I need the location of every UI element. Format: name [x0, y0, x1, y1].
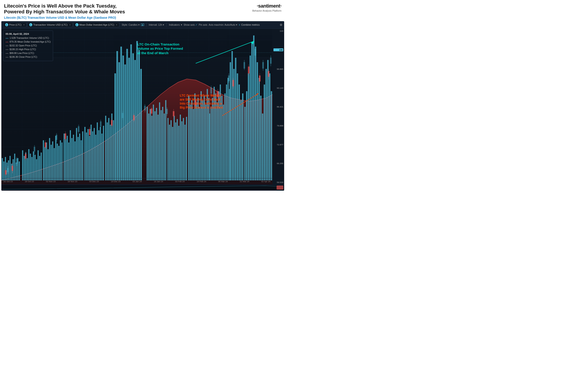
- svg-rect-67: [71, 138, 72, 180]
- svg-rect-40: [28, 149, 29, 180]
- axis-maxmin-control[interactable]: Axis max/min: Auto/Auto ▾: [209, 23, 237, 26]
- svg-rect-168: [215, 93, 216, 180]
- svg-rect-70: [76, 128, 77, 180]
- svg-rect-131: [157, 115, 158, 180]
- svg-rect-171: [220, 84, 221, 180]
- svg-rect-81: [94, 128, 95, 180]
- svg-rect-161: [205, 105, 206, 180]
- svg-rect-32: [14, 154, 15, 180]
- svg-rect-162: [207, 89, 208, 180]
- svg-rect-235: [166, 109, 168, 114]
- svg-rect-141: [173, 116, 175, 180]
- svg-rect-122: [269, 73, 270, 180]
- svg-rect-63: [65, 139, 66, 180]
- minimap-svg: [2, 185, 283, 190]
- price-label-66: 66.255: [273, 162, 283, 165]
- svg-rect-39: [27, 158, 28, 180]
- svg-rect-59: [58, 146, 59, 180]
- svg-rect-41: [30, 154, 31, 180]
- svg-rect-159: [202, 100, 203, 180]
- style-control[interactable]: Style: Candles ▾: [122, 23, 140, 26]
- svg-rect-119: [264, 84, 265, 180]
- style-dropdown-icon: ▾: [138, 23, 140, 26]
- price-axis: 113 106 99.865 93.143 86.421 79.899 72.9…: [272, 29, 284, 184]
- svg-rect-135: [164, 113, 165, 180]
- svg-rect-84: [98, 130, 100, 180]
- svg-rect-169: [216, 102, 218, 180]
- svg-rect-197: [89, 129, 90, 135]
- svg-rect-132: [159, 102, 160, 180]
- svg-rect-91: [110, 125, 111, 180]
- tab-price-close[interactable]: ×: [23, 24, 25, 26]
- svg-rect-101: [128, 58, 130, 180]
- svg-rect-72: [79, 134, 80, 180]
- tab-age-close[interactable]: ×: [116, 24, 117, 26]
- svg-rect-223: [34, 147, 35, 151]
- svg-rect-89: [107, 122, 108, 180]
- interval-control[interactable]: Interval: 12h ▾: [149, 23, 164, 26]
- svg-rect-25: [3, 161, 4, 180]
- svg-rect-62: [64, 134, 65, 180]
- svg-rect-69: [74, 141, 76, 180]
- svg-rect-94: [114, 73, 116, 180]
- price-label-72: 72.977: [273, 143, 283, 146]
- ltc-icon-volume: L: [29, 23, 32, 26]
- toolbar-controls: Style: Candles ▾ ▮ Interval: 12h ▾ Indic…: [122, 23, 260, 27]
- svg-rect-213: [248, 67, 249, 73]
- price-label-79: 79.899: [273, 125, 283, 127]
- svg-rect-79: [91, 125, 92, 180]
- svg-rect-57: [55, 136, 57, 180]
- svg-rect-175: [226, 84, 227, 180]
- svg-rect-123: [271, 91, 272, 180]
- time-label-nov18: 18 Nov 23: [68, 180, 77, 183]
- interval-dropdown-icon: ▾: [163, 23, 164, 26]
- show-axis-control[interactable]: Show axis ✓: [184, 23, 197, 26]
- svg-rect-77: [87, 129, 88, 180]
- svg-rect-58: [57, 144, 58, 180]
- svg-rect-55: [52, 141, 53, 180]
- svg-rect-241: [228, 76, 229, 81]
- tab-volume-close[interactable]: ×: [69, 24, 71, 26]
- svg-rect-106: [138, 50, 140, 180]
- indicators-dropdown-icon: ▾: [181, 23, 182, 26]
- price-label-99: 99.865: [273, 68, 283, 70]
- svg-rect-182: [237, 73, 238, 180]
- svg-rect-184: [240, 100, 242, 180]
- tab-volume[interactable]: L Transaction Volume USD (LTC) ×: [27, 22, 72, 27]
- svg-rect-189: [12, 166, 13, 171]
- svg-rect-148: [185, 125, 186, 180]
- svg-rect-43: [33, 151, 34, 180]
- indicators-control[interactable]: Indicators: ▾: [169, 23, 182, 26]
- svg-rect-165: [211, 107, 212, 180]
- svg-rect-97: [120, 47, 122, 180]
- ltc-icon-age: L: [75, 23, 79, 26]
- time-label-oct18: 18 Oct 23: [25, 180, 34, 183]
- chart-container: L Price (LTC) × L Transaction Volume USD…: [1, 21, 284, 191]
- settings-icon[interactable]: ⚙: [280, 23, 282, 27]
- tab-volume-label: Transaction Volume USD (LTC): [33, 23, 67, 26]
- svg-rect-37: [24, 156, 25, 180]
- svg-rect-133: [161, 110, 162, 180]
- svg-rect-71: [78, 137, 79, 180]
- svg-rect-80: [92, 131, 93, 180]
- time-label-apr02: 02 Apr 24: [261, 180, 270, 183]
- legend-color-4: —: [6, 48, 8, 51]
- svg-rect-87: [103, 126, 104, 180]
- legend-row-6: — $106.36 Close Price (LTC): [6, 55, 51, 59]
- svg-rect-181: [235, 58, 236, 180]
- tab-age[interactable]: L Mean Dollar Invested Age (LTC) ×: [73, 22, 119, 27]
- svg-rect-154: [194, 93, 195, 180]
- legend-row-2: — 879.35 Mean Dollar Invested Age (LTC): [6, 40, 51, 43]
- svg-rect-100: [126, 49, 128, 180]
- pin-axis-control[interactable]: Pin axis: [199, 23, 207, 26]
- svg-rect-149: [186, 117, 187, 180]
- time-label-mar21: 21 Mar 24: [240, 180, 249, 183]
- svg-rect-179: [231, 51, 233, 180]
- svg-rect-52: [47, 149, 49, 180]
- legend-row-3: — $102.32 Open Price (LTC): [6, 44, 51, 47]
- svg-rect-221: [16, 158, 17, 163]
- tab-price[interactable]: L Price (LTC) ×: [3, 22, 27, 27]
- svg-rect-211: [233, 80, 234, 86]
- svg-rect-96: [118, 62, 120, 180]
- combine-metrics-button[interactable]: + Combine metrics: [239, 23, 260, 27]
